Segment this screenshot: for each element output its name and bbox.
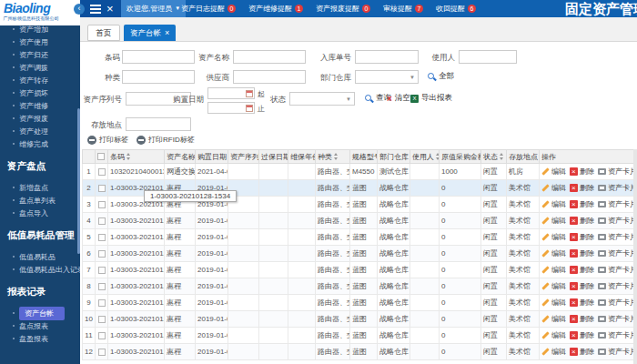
sidebar-item[interactable]: 资产转存 bbox=[0, 74, 80, 86]
action-edit[interactable]: 编辑 bbox=[541, 248, 566, 258]
row-checkbox[interactable] bbox=[98, 299, 106, 307]
action-delete[interactable]: 删除 bbox=[570, 265, 594, 275]
sidebar-item[interactable]: 资产归还 bbox=[0, 48, 80, 61]
calendar-icon[interactable] bbox=[246, 90, 253, 97]
row-checkbox[interactable] bbox=[98, 185, 106, 192]
sidebar-item[interactable]: 新增盘点 bbox=[0, 181, 80, 194]
reminder-tab[interactable]: 资产报废提醒0 bbox=[309, 0, 377, 17]
clear-button[interactable]: × 清空 bbox=[387, 93, 410, 104]
tab-asset-ledger[interactable]: 资产台帐 × bbox=[124, 25, 176, 41]
close-icon[interactable]: × bbox=[106, 0, 114, 17]
tab-home[interactable]: 首页 bbox=[87, 25, 120, 41]
sidebar-collapse-icon[interactable]: ‹ bbox=[74, 4, 85, 15]
sidebar-item[interactable]: 资产调拨 bbox=[0, 61, 80, 74]
print-rfid-button[interactable]: 打印RFID标签 bbox=[136, 135, 195, 145]
row-checkbox[interactable] bbox=[98, 234, 106, 241]
row-select-cell[interactable] bbox=[96, 344, 108, 360]
reminder-tab[interactable]: 资产日志提醒0 bbox=[175, 0, 242, 17]
column-header[interactable]: 购置日期 bbox=[196, 150, 228, 164]
column-header[interactable]: 使用人 bbox=[410, 150, 440, 164]
reminder-tab[interactable]: 审核提醒7 bbox=[377, 0, 430, 17]
action-delete[interactable]: 删除 bbox=[570, 199, 594, 209]
column-header[interactable]: 部门仓库 bbox=[378, 150, 410, 164]
column-header[interactable]: 状态 bbox=[481, 150, 507, 164]
sidebar-item[interactable]: 盘点导入 bbox=[0, 207, 80, 219]
sidebar-item[interactable]: 资产台帐 bbox=[0, 307, 80, 319]
action-delete[interactable]: 删除 bbox=[570, 281, 594, 291]
action-asset-card[interactable]: 资产卡片 bbox=[598, 183, 634, 193]
sidebar-item[interactable]: 资产报废 bbox=[0, 112, 80, 125]
location-input[interactable] bbox=[126, 117, 191, 131]
row-select-cell[interactable] bbox=[96, 262, 108, 278]
export-report-button[interactable]: 导出报表 bbox=[410, 93, 452, 104]
sidebar-group-header[interactable]: 低值易耗品管理 bbox=[0, 219, 80, 250]
inbound-no-input[interactable] bbox=[355, 50, 419, 64]
action-delete[interactable]: 删除 bbox=[570, 298, 594, 308]
column-header[interactable]: 资产序列号 bbox=[228, 150, 259, 164]
print-label-button[interactable]: 打印标签 bbox=[87, 135, 128, 145]
action-edit[interactable]: 编辑 bbox=[541, 183, 566, 193]
sort-icon[interactable] bbox=[334, 153, 339, 160]
action-edit[interactable]: 编辑 bbox=[541, 330, 566, 340]
action-edit[interactable]: 编辑 bbox=[541, 167, 566, 177]
sort-icon[interactable] bbox=[500, 153, 504, 160]
user-input[interactable] bbox=[459, 50, 517, 64]
action-delete[interactable]: 删除 bbox=[570, 330, 594, 340]
action-edit[interactable]: 编辑 bbox=[541, 199, 566, 209]
action-delete[interactable]: 删除 bbox=[570, 183, 594, 193]
row-checkbox[interactable] bbox=[98, 283, 106, 290]
tab-close-icon[interactable]: × bbox=[165, 29, 169, 37]
row-select-cell[interactable] bbox=[96, 295, 108, 311]
column-header[interactable]: 维保年份 bbox=[288, 150, 316, 164]
column-header[interactable]: 原值采购金额 bbox=[440, 150, 481, 164]
action-delete[interactable]: 删除 bbox=[570, 248, 594, 258]
row-select-cell[interactable] bbox=[96, 278, 108, 295]
row-select-cell[interactable] bbox=[96, 164, 108, 180]
row-select-cell[interactable] bbox=[96, 197, 108, 213]
column-header[interactable]: 过保日期 bbox=[259, 150, 288, 164]
action-asset-card[interactable]: 资产卡片 bbox=[598, 216, 634, 226]
select-all-header[interactable] bbox=[96, 150, 108, 164]
row-select-cell[interactable] bbox=[96, 213, 108, 229]
asset-name-input[interactable] bbox=[233, 50, 306, 64]
action-edit[interactable]: 编辑 bbox=[541, 216, 566, 226]
sidebar-item[interactable]: 盘点单列表 bbox=[0, 194, 80, 207]
sidebar-item[interactable]: 低值易耗品 bbox=[0, 250, 80, 263]
calendar-icon[interactable] bbox=[246, 105, 253, 112]
sidebar-group-header[interactable]: 报表记录 bbox=[0, 276, 80, 307]
sidebar-item[interactable]: 资产维修 bbox=[0, 99, 80, 112]
action-delete[interactable]: 删除 bbox=[570, 216, 594, 226]
column-header[interactable]: 存放地点 bbox=[507, 150, 540, 164]
select-all-checkbox[interactable] bbox=[97, 153, 105, 160]
column-header[interactable]: 资产名称 bbox=[165, 150, 196, 164]
action-edit[interactable]: 编辑 bbox=[541, 265, 566, 275]
sidebar-item[interactable]: 盘盈报表 bbox=[0, 332, 80, 345]
barcode-input[interactable] bbox=[122, 50, 195, 64]
reminder-tab[interactable]: 资产维修提醒1 bbox=[242, 0, 309, 17]
action-delete[interactable]: 删除 bbox=[570, 314, 594, 324]
sidebar-item[interactable]: 资产处理 bbox=[0, 125, 80, 137]
action-edit[interactable]: 编辑 bbox=[541, 298, 566, 308]
action-delete[interactable]: 删除 bbox=[570, 167, 594, 177]
sort-icon[interactable] bbox=[126, 153, 131, 160]
row-select-cell[interactable] bbox=[96, 311, 108, 328]
sidebar-item[interactable]: 维修完成 bbox=[0, 137, 80, 150]
row-checkbox[interactable] bbox=[98, 250, 106, 258]
row-checkbox[interactable] bbox=[98, 267, 106, 274]
row-checkbox[interactable] bbox=[98, 316, 106, 323]
hamburger-menu-icon[interactable] bbox=[90, 5, 101, 14]
action-asset-card[interactable]: 资产卡片 bbox=[598, 347, 634, 357]
column-header[interactable]: 操作 bbox=[540, 150, 634, 164]
action-asset-card[interactable]: 资产卡片 bbox=[598, 265, 634, 275]
row-checkbox[interactable] bbox=[98, 217, 106, 225]
supplier-input[interactable] bbox=[233, 70, 306, 84]
action-asset-card[interactable]: 资产卡片 bbox=[598, 199, 634, 209]
action-asset-card[interactable]: 资产卡片 bbox=[598, 298, 634, 308]
action-edit[interactable]: 编辑 bbox=[541, 232, 566, 242]
status-select[interactable]: ▼ bbox=[289, 92, 355, 106]
row-select-cell[interactable] bbox=[96, 229, 108, 246]
row-checkbox[interactable] bbox=[98, 332, 106, 339]
action-asset-card[interactable]: 资产卡片 bbox=[598, 248, 634, 258]
action-edit[interactable]: 编辑 bbox=[541, 347, 566, 357]
row-checkbox[interactable] bbox=[98, 168, 106, 176]
